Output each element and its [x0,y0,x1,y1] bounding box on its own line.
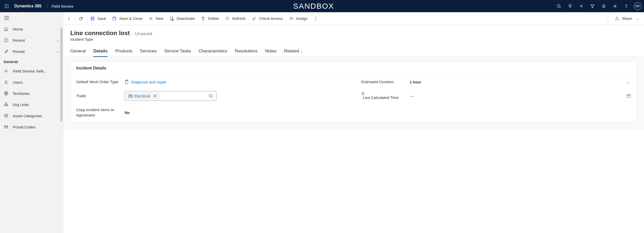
share-button[interactable]: Share ⌄ [612,12,640,25]
field-value[interactable]: 1 hour ⌄ [410,80,631,84]
assign-button[interactable]: Assign [286,16,311,21]
nav-users[interactable]: Users [0,77,63,88]
calendar-icon[interactable] [626,94,631,98]
svg-rect-32 [114,17,115,18]
tab-characteristics[interactable]: Characteristics [199,46,227,57]
tab-related[interactable]: Related⌄ [284,46,303,57]
cmd-right: Share ⌄ [608,12,644,25]
cmd-label: Refresh [232,16,246,21]
save-close-button[interactable]: Save & Close [109,16,146,21]
lightbulb-icon[interactable] [565,1,575,11]
new-button[interactable]: New [146,16,166,21]
tab-details[interactable]: Details [93,46,108,57]
search-icon[interactable] [207,94,215,98]
plus-icon[interactable] [576,1,586,11]
section-title: Incident Details [76,66,631,74]
refresh-button[interactable]: Refresh [222,16,249,21]
deactivate-button[interactable]: Deactivate [166,16,198,21]
nav-recent[interactable]: Recent ⌄ [0,35,63,46]
tab-general[interactable]: General [70,46,86,57]
svg-point-39 [290,17,292,18]
incident-details-section: Incident Details Default Work Order Type… [70,61,637,123]
mail-icon [4,125,9,129]
save-close-icon [112,16,117,21]
nav-territories[interactable]: Territories [0,88,63,99]
tab-notes[interactable]: Notes [265,46,276,57]
briefcase-icon [128,94,133,98]
nav-label: Recent [13,38,52,42]
help-icon[interactable] [621,1,631,11]
filter-icon[interactable] [587,1,598,11]
user-avatar[interactable]: BD [634,2,641,10]
nav-home[interactable]: Home [0,23,63,35]
cmd-open-seg [75,12,87,25]
svg-rect-49 [627,95,630,98]
open-new-window-icon[interactable] [79,16,83,21]
save-button[interactable]: Save [87,16,109,21]
svg-point-5 [8,6,9,7]
tab-label: Related [284,49,299,53]
back-button[interactable] [67,16,71,21]
delete-button[interactable]: Delete [198,16,222,21]
svg-point-6 [5,7,6,8]
svg-rect-24 [5,105,6,106]
share-icon [615,16,619,21]
scrollbar[interactable] [60,27,62,122]
svg-point-3 [5,6,6,7]
field-estimated-duration: Estimated Duration 1 hour ⌄ [361,79,631,84]
cmd-label: Check Access [259,16,283,21]
svg-line-47 [212,97,213,98]
svg-point-2 [8,4,9,5]
nav-label: Org Units [13,103,59,107]
hamburger-icon[interactable] [4,15,10,21]
tab-resolutions[interactable]: Resolutions [235,46,258,57]
product-brand[interactable]: Dynamics 365 [14,4,42,8]
field-value: --- [410,94,631,98]
svg-rect-25 [7,105,8,106]
lookup-selected-tag[interactable]: Electrical ✕ [126,92,160,99]
nav-org-units[interactable]: Org Units [0,99,63,110]
overflow-button[interactable] [311,17,321,21]
remove-tag-icon[interactable]: ✕ [152,94,157,98]
field-value[interactable]: Diagnosis and repair [125,80,346,84]
page-header: Line connection lost - Unsaved Incident … [63,25,644,41]
search-icon[interactable] [554,1,564,11]
nav-postal-codes[interactable]: Postal Codes [0,121,63,133]
lookup-tag-label: Electrical [135,94,150,98]
unsaved-indicator: - Unsaved [132,31,152,36]
nav-asset-categories[interactable]: Asset Categories [0,110,63,121]
trade-lookup[interactable]: Electrical ✕ [125,91,216,101]
app-name[interactable]: Field Service [51,4,74,8]
lock-icon [361,92,410,95]
svg-point-40 [316,17,316,17]
app-launcher-icon[interactable] [3,2,11,10]
check-access-button[interactable]: Check Access [249,16,286,21]
chevron-down-icon[interactable]: ⌄ [56,38,59,42]
entity-type: Incident Type [70,37,637,41]
bool-value: No [125,110,130,115]
chevron-down-icon[interactable]: ⌄ [625,80,631,84]
svg-point-15 [626,7,626,8]
svg-rect-31 [113,17,116,20]
nav-label: Users [13,80,59,84]
chevron-down-icon[interactable]: ⌄ [56,49,59,54]
plus-icon [149,16,153,21]
nav-pinned[interactable]: Pinned ⌄ [0,46,63,57]
svg-point-42 [316,20,316,20]
field-copy-incident-items: Copy Incident Items to Agreement No [76,107,346,118]
tab-service-tasks[interactable]: Service Tasks [164,46,191,57]
label-text: Last Calculated Time [363,95,399,100]
divider [48,3,48,9]
nav-field-service-settings[interactable]: Field Service Setti... [0,65,63,77]
command-bar: Save Save & Close New Deactivate Delete [63,12,644,25]
gear-icon[interactable] [610,1,620,11]
page-title: Line connection lost [70,30,130,37]
lookup-link[interactable]: Diagnosis and repair [131,80,166,84]
tab-products[interactable]: Products [115,46,132,57]
tab-services[interactable]: Services [140,46,156,57]
svg-rect-26 [5,126,8,128]
field-label: Estimated Duration [361,79,410,84]
field-value[interactable]: No [125,110,346,115]
bell-icon[interactable] [599,1,609,11]
home-icon [4,27,9,31]
